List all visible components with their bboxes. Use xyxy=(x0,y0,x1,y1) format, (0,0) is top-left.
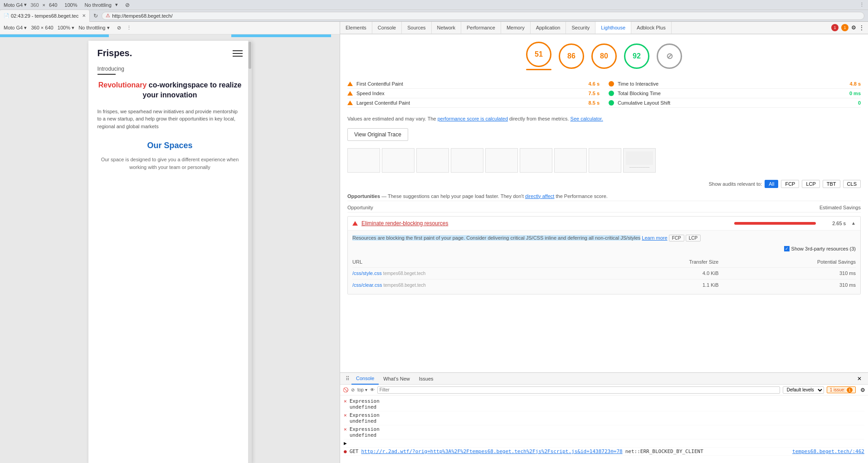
fcp-icon xyxy=(347,82,353,86)
device-selector[interactable]: Moto G4 ▾ xyxy=(4,2,27,8)
savings-2: 310 ms xyxy=(718,279,856,290)
address-bar[interactable]: ⚠ http://tempes68.beget.tech/ xyxy=(102,12,864,20)
browser-toolbar: Moto G4 ▾ 360 × 640 100% No throttling ▾… xyxy=(0,0,868,10)
transfer-size-1: 4.0 KiB xyxy=(614,268,718,280)
metrics-right-col: Time to Interactive 4.8 s Total Blocking… xyxy=(609,79,861,108)
tab-lighthouse[interactable]: Lighthouse xyxy=(595,22,631,34)
more-options-icon[interactable]: ⋮ xyxy=(859,2,864,8)
website-preview: Moto G4 ▾ 360 × 640 100% ▾ No throttling… xyxy=(0,22,340,463)
opp-description: Resources are blocking the first paint o… xyxy=(352,234,856,242)
tab-console-bottom[interactable]: Console xyxy=(351,373,379,385)
dots-icon[interactable]: ⋮ xyxy=(127,25,132,31)
tab-time: 02:43:29 - tempes68.beget.tec xyxy=(11,13,78,19)
opp-savings: 2.65 s xyxy=(832,221,846,226)
audit-filter-row: Show audits relevant to: All FCP LCP TBT… xyxy=(347,180,861,188)
col-transfer: Transfer Size xyxy=(614,256,718,268)
opportunities-section-header: Opportunities — These suggestions can he… xyxy=(347,193,861,201)
metrics-info: Values are estimated and may vary. The p… xyxy=(347,115,861,123)
scroll-track[interactable] xyxy=(248,41,252,463)
tab-network[interactable]: Network xyxy=(432,22,461,34)
error-source[interactable]: tempes68.beget.tech/:462 xyxy=(792,449,864,454)
si-label: Speed Index xyxy=(356,91,585,96)
opp-bar xyxy=(734,222,816,225)
hamburger-menu[interactable] xyxy=(233,50,243,57)
filter-cls[interactable]: CLS xyxy=(843,180,861,188)
settings-gear-icon[interactable]: ⚙ xyxy=(860,387,865,393)
filmstrip-frame-8 xyxy=(589,148,621,173)
console-clear-btn[interactable]: 🚫 xyxy=(343,387,348,392)
tab-whats-new[interactable]: What's New xyxy=(379,373,414,385)
filter-fcp[interactable]: FCP xyxy=(781,180,799,188)
device-chevron: ▾ xyxy=(24,2,27,8)
tbt-icon xyxy=(609,91,614,96)
show-3rd-party-checkbox[interactable] xyxy=(784,246,790,251)
console-filter-input[interactable] xyxy=(377,386,780,394)
opp-header[interactable]: Eliminate render-blocking resources 2.65… xyxy=(348,217,860,230)
tab-memory[interactable]: Memory xyxy=(501,22,531,34)
directly-affect-link[interactable]: directly affect xyxy=(525,193,555,199)
reload-icon[interactable]: ↻ xyxy=(93,13,98,19)
filter-lcp[interactable]: LCP xyxy=(802,180,819,188)
opp-learn-more-link[interactable]: Learn more xyxy=(642,235,667,241)
console-entry-2: ✕ Expression undefined xyxy=(344,411,864,425)
cache-icon[interactable]: ⊘ xyxy=(125,2,130,8)
settings-icon[interactable]: ⚙ xyxy=(851,24,856,31)
tab-close[interactable]: ✕ xyxy=(82,13,86,18)
console-network-error: ● GET http://r.2ad.wtf/?orig=http%3A%2F%… xyxy=(344,448,864,456)
console-tab-bar: ⠿ Console What's New Issues ✕ xyxy=(340,373,868,385)
filmstrip-frame-7 xyxy=(554,148,587,173)
tab-security[interactable]: Security xyxy=(566,22,595,34)
opp-desc-selected: Resources are blocking the first paint o… xyxy=(352,235,640,241)
throttling-selector[interactable]: No throttling xyxy=(84,2,111,8)
console-output: ✕ Expression undefined ✕ Expression unde… xyxy=(340,395,868,463)
opp-expand-icon[interactable]: ▲ xyxy=(851,221,856,226)
console-close[interactable]: ✕ xyxy=(857,376,864,382)
console-levels-select[interactable]: Default levels xyxy=(783,386,824,394)
calculator-link[interactable]: See calculator. xyxy=(571,116,603,121)
more-devtools-icon[interactable]: ⋮ xyxy=(859,24,864,31)
tti-label: Time to Interactive xyxy=(618,81,846,87)
console-entry-3: ✕ Expression undefined xyxy=(344,425,864,439)
error-url[interactable]: http://r.2ad.wtf/?orig=http%3A%2F%2Ftemp… xyxy=(361,449,623,454)
view-trace-button[interactable]: View Original Trace xyxy=(347,128,408,141)
transfer-size-2: 1.1 KiB xyxy=(614,279,718,290)
cls-value: 0 xyxy=(858,100,861,106)
opp-name[interactable]: Eliminate render-blocking resources xyxy=(361,220,731,227)
website-description: In frispes, we spearhead new initiatives… xyxy=(98,108,243,130)
filmstrip-frame-1 xyxy=(347,148,380,173)
error-icon-3: ✕ xyxy=(344,426,347,432)
console-context-btn[interactable]: top ▾ xyxy=(357,387,367,392)
metric-si: Speed Index 7.5 s xyxy=(347,89,600,98)
tab-application[interactable]: Application xyxy=(531,22,566,34)
filter-tbt[interactable]: TBT xyxy=(823,180,840,188)
network-error-icon: ● xyxy=(344,449,347,454)
tab-sources[interactable]: Sources xyxy=(402,22,431,34)
our-spaces-title: Our Spaces xyxy=(98,141,243,150)
show-3rd-party-label: Show 3rd-party resources (3) xyxy=(791,245,856,253)
console-eye-btn[interactable]: 👁 xyxy=(370,387,375,392)
cls-icon xyxy=(609,100,614,106)
perf-score-link[interactable]: performance score is calculated xyxy=(438,116,508,121)
orientation-icon[interactable]: ⊘ xyxy=(117,25,121,31)
opp-tag-lcp[interactable]: LCP xyxy=(686,235,701,241)
tab-console[interactable]: Console xyxy=(372,22,402,34)
tab-elements[interactable]: Elements xyxy=(340,22,372,34)
warning-badge: 1 xyxy=(841,24,848,31)
show-3rd-party-row: Show 3rd-party resources (3) xyxy=(352,245,856,253)
console-expand-arrow[interactable]: ▶ xyxy=(344,439,864,448)
console-panel: ⠿ Console What's New Issues ✕ 🚫 ⊘ top ▾ … xyxy=(340,372,868,463)
tab-issues[interactable]: Issues xyxy=(414,373,438,385)
console-drag-handle[interactable]: ⠿ xyxy=(344,376,351,382)
tab-icon: 📄 xyxy=(4,13,9,18)
filter-all[interactable]: All xyxy=(765,180,778,188)
tab-adblock[interactable]: Adblock Plus xyxy=(631,22,672,34)
opp-tag-fcp[interactable]: FCP xyxy=(669,235,684,241)
tab-performance[interactable]: Performance xyxy=(461,22,501,34)
website-navbar: Frispes. xyxy=(88,41,252,66)
console-filter-btn[interactable]: ⊘ xyxy=(351,387,355,392)
filmstrip: ───────── xyxy=(347,148,861,173)
scroll-thumb[interactable] xyxy=(249,42,251,69)
lcp-icon xyxy=(347,101,353,105)
metric-tti: Time to Interactive 4.8 s xyxy=(609,79,861,89)
savings-1: 310 ms xyxy=(718,268,856,280)
